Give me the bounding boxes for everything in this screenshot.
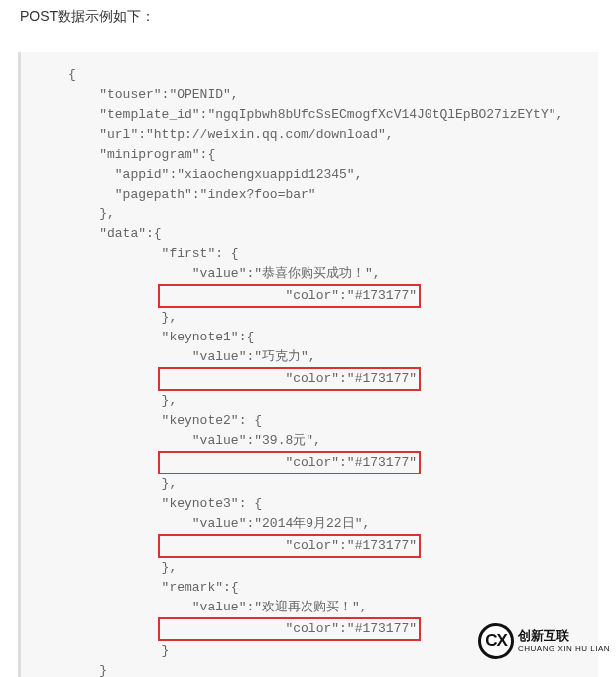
code-line: "first": {	[21, 244, 598, 264]
code-line: "color":"#173177"	[21, 284, 598, 308]
watermark-logo-icon: CX	[478, 623, 514, 659]
code-line: },	[21, 558, 598, 578]
code-line: "keynote1":{	[21, 328, 598, 347]
code-line: },	[21, 204, 598, 224]
code-line: "remark":{	[21, 578, 598, 598]
code-line: "keynote3": {	[21, 494, 598, 514]
code-line: "value":"欢迎再次购买！",	[21, 598, 598, 617]
code-line: "appid":"xiaochengxuappid12345",	[21, 165, 598, 185]
code-line: "color":"#173177"	[21, 367, 598, 391]
code-line: "value":"39.8元",	[21, 431, 598, 451]
code-line: "value":"恭喜你购买成功！",	[21, 264, 598, 284]
code-line: {	[21, 66, 598, 85]
code-line: "keynote2": {	[21, 411, 598, 431]
code-line: "color":"#173177"	[21, 534, 598, 558]
highlight-color: "color":"#173177"	[158, 284, 421, 308]
code-line: "miniprogram":{	[21, 145, 598, 165]
highlight-color: "color":"#173177"	[158, 617, 421, 641]
code-line: },	[21, 308, 598, 328]
heading-text: POST数据示例如下：	[0, 0, 616, 34]
watermark-text-wrap: 创新互联 CHUANG XIN HU LIAN	[518, 629, 610, 652]
highlight-color: "color":"#173177"	[158, 367, 421, 391]
code-line: "value":"2014年9月22日",	[21, 514, 598, 534]
code-line: "data":{	[21, 224, 598, 244]
code-line: "template_id":"ngqIpbwh8bUfcSsECmogfXcV1…	[21, 105, 598, 125]
code-line: }	[21, 661, 598, 677]
watermark: CX 创新互联 CHUANG XIN HU LIAN	[478, 623, 610, 659]
code-line: "value":"巧克力",	[21, 347, 598, 367]
code-line: "color":"#173177"	[21, 451, 598, 474]
code-line: },	[21, 474, 598, 494]
code-line: "touser":"OPENID",	[21, 85, 598, 105]
code-line: "url":"http://weixin.qq.com/download",	[21, 125, 598, 145]
watermark-subtext: CHUANG XIN HU LIAN	[518, 644, 610, 653]
code-block: { "touser":"OPENID", "template_id":"ngqI…	[18, 52, 598, 677]
code-line: "pagepath":"index?foo=bar"	[21, 185, 598, 204]
watermark-text: 创新互联	[518, 629, 610, 643]
highlight-color: "color":"#173177"	[158, 534, 421, 558]
code-line: },	[21, 391, 598, 411]
highlight-color: "color":"#173177"	[158, 451, 421, 474]
